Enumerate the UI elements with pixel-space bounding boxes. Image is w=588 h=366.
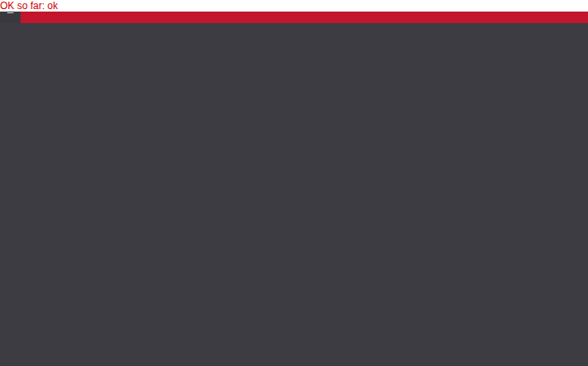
mpc-app-window: ☰ (0, 0, 588, 366)
